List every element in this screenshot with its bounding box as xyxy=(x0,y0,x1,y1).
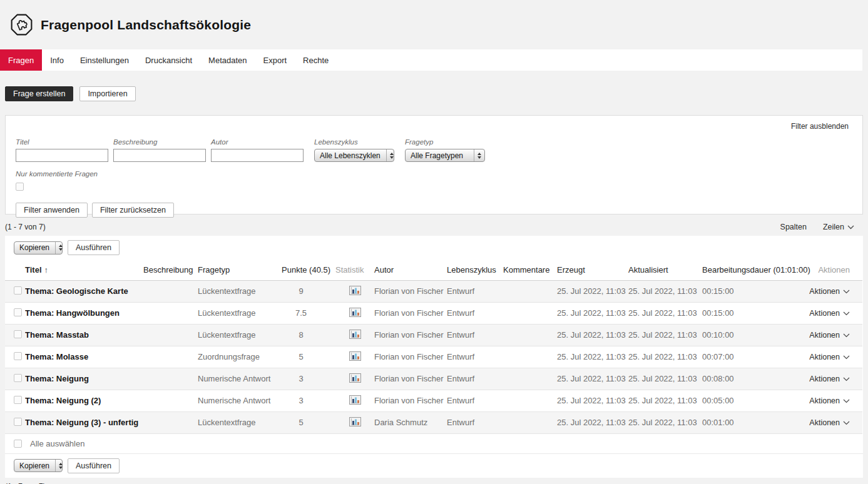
question-title-link[interactable]: Thema: Hangwölbungen xyxy=(25,302,143,324)
tab-fragen[interactable]: Fragen xyxy=(0,49,42,71)
chevron-down-icon xyxy=(843,421,850,425)
statistics-icon[interactable] xyxy=(349,330,361,339)
cell-erzeugt: 25. Jul 2022, 11:03 xyxy=(557,346,628,368)
row-checkbox[interactable] xyxy=(14,396,22,404)
execute-button[interactable]: Ausführen xyxy=(68,458,120,473)
filter-field-autor: Autor xyxy=(211,138,304,162)
filter-autor-input[interactable] xyxy=(211,149,304,162)
filter-autor-label: Autor xyxy=(211,138,304,146)
row-checkbox[interactable] xyxy=(14,352,22,360)
select-all-checkbox[interactable] xyxy=(14,440,22,448)
statistics-icon[interactable] xyxy=(349,417,361,426)
question-title-link[interactable]: Thema: Geologische Karte xyxy=(25,280,143,302)
header-lebenszyklus[interactable]: Lebenszyklus xyxy=(447,260,503,280)
header-autor[interactable]: Autor xyxy=(374,260,447,280)
header-titel[interactable]: Titel↑ xyxy=(25,260,143,280)
chevron-down-icon xyxy=(843,355,850,360)
import-button[interactable]: Importieren xyxy=(79,86,135,101)
question-title-link[interactable]: Thema: Molasse xyxy=(25,346,143,368)
execute-button[interactable]: Ausführen xyxy=(68,240,120,255)
tab-export[interactable]: Export xyxy=(255,49,295,71)
header-kommentare[interactable]: Kommentare xyxy=(503,260,557,280)
columns-link[interactable]: Spalten xyxy=(780,223,807,231)
cell-aktualisiert: 25. Jul 2022, 11:03 xyxy=(628,280,702,302)
select-arrows-icon xyxy=(55,242,66,254)
cell-aktualisiert: 25. Jul 2022, 11:03 xyxy=(628,390,702,411)
row-checkbox[interactable] xyxy=(14,330,22,338)
bulk-action-select[interactable]: Kopieren xyxy=(14,241,63,255)
tab-druckansicht[interactable]: Druckansicht xyxy=(137,49,200,71)
cell-fragetyp: Lückentextfrage xyxy=(198,324,282,346)
filter-field-commented: Nur kommentierte Fragen xyxy=(16,170,852,193)
statistics-icon[interactable] xyxy=(349,395,361,405)
cell-kommentare xyxy=(503,280,557,302)
filter-panel: Filter ausblenden Titel Beschreibung Aut… xyxy=(5,115,863,214)
filter-field-beschreibung: Beschreibung xyxy=(113,138,206,162)
cell-autor: Florian von Fischer xyxy=(374,324,447,346)
reset-filter-button[interactable]: Filter zurücksetzen xyxy=(92,203,174,218)
row-actions-dropdown[interactable]: Aktionen xyxy=(809,353,850,361)
row-checkbox[interactable] xyxy=(14,418,22,426)
row-actions-dropdown[interactable]: Aktionen xyxy=(809,309,850,318)
cell-beschreibung xyxy=(143,368,198,390)
apply-filter-button[interactable]: Filter anwenden xyxy=(16,203,88,218)
filter-beschreibung-input[interactable] xyxy=(113,149,206,162)
cell-lebenszyklus: Entwurf xyxy=(447,346,503,368)
row-actions-dropdown[interactable]: Aktionen xyxy=(809,375,850,383)
select-all-row: Alle auswählen xyxy=(5,434,863,454)
header-beschreibung[interactable]: Beschreibung xyxy=(143,260,198,280)
table-row: Thema: Neigung (3) - unfertig Lückentext… xyxy=(5,411,862,433)
cell-bearbeitungsdauer: 00:07:00 xyxy=(702,346,809,368)
bulk-action-bar-top: Kopieren Ausführen xyxy=(5,236,863,260)
rows-link[interactable]: Zeilen xyxy=(823,223,854,231)
question-title-link[interactable]: Thema: Neigung xyxy=(25,368,143,390)
tab-info[interactable]: Info xyxy=(42,49,72,71)
row-actions-dropdown[interactable]: Aktionen xyxy=(809,396,850,405)
tab-rechte[interactable]: Rechte xyxy=(295,49,337,71)
row-checkbox[interactable] xyxy=(14,374,22,382)
table-row: Thema: Molasse Zuordnungsfrage 5 Florian… xyxy=(5,346,862,368)
header-punkte[interactable]: Punkte (40.5) xyxy=(282,260,335,280)
cell-lebenszyklus: Entwurf xyxy=(447,368,503,390)
cell-bearbeitungsdauer: 00:05:00 xyxy=(702,390,809,411)
row-actions-dropdown[interactable]: Aktionen xyxy=(809,331,850,340)
question-title-link[interactable]: Thema: Neigung (2) xyxy=(25,390,143,411)
header-bearbeitungsdauer[interactable]: Bearbeitungsdauer (01:01:00) xyxy=(702,260,809,280)
row-actions-dropdown[interactable]: Aktionen xyxy=(809,287,850,296)
statistics-icon[interactable] xyxy=(349,286,361,295)
cell-fragetyp: Lückentextfrage xyxy=(198,302,282,324)
chevron-down-icon xyxy=(843,290,850,294)
row-checkbox[interactable] xyxy=(14,308,22,316)
header-aktionen: Aktionen xyxy=(809,260,862,280)
question-title-link[interactable]: Thema: Masstab xyxy=(25,324,143,346)
cell-kommentare xyxy=(503,390,557,411)
row-checkbox[interactable] xyxy=(14,286,22,295)
cell-autor: Daria Schmutz xyxy=(374,411,447,433)
cell-kommentare xyxy=(503,324,557,346)
hide-filter-link[interactable]: Filter ausblenden xyxy=(791,122,849,131)
bulk-action-select[interactable]: Kopieren xyxy=(14,459,63,472)
questiontype-select[interactable]: Alle Fragetypen xyxy=(405,149,485,162)
statistics-icon[interactable] xyxy=(349,373,361,383)
table-row: Thema: Geologische Karte Lückentextfrage… xyxy=(5,280,862,302)
cell-bearbeitungsdauer: 00:01:00 xyxy=(702,411,809,433)
tab-metadaten[interactable]: Metadaten xyxy=(200,49,255,71)
header-aktualisiert[interactable]: Aktualisiert xyxy=(628,260,702,280)
result-range-bottom: (1 - 7 von 7) xyxy=(5,482,868,484)
cell-punkte: 3 xyxy=(282,368,335,390)
header-erzeugt[interactable]: Erzeugt xyxy=(557,260,628,280)
create-question-button[interactable]: Frage erstellen xyxy=(5,86,73,101)
question-title-link[interactable]: Thema: Neigung (3) - unfertig xyxy=(25,411,143,433)
tab-einstellungen[interactable]: Einstellungen xyxy=(72,49,137,71)
statistics-icon[interactable] xyxy=(349,351,361,361)
filter-buttons: Filter anwenden Filter zurücksetzen xyxy=(16,203,852,218)
cell-kommentare xyxy=(503,346,557,368)
row-actions-dropdown[interactable]: Aktionen xyxy=(809,418,850,427)
lifecycle-select[interactable]: Alle Lebenszyklen xyxy=(314,149,394,162)
header-fragetyp[interactable]: Fragetyp xyxy=(198,260,282,280)
commented-only-checkbox[interactable] xyxy=(16,183,24,191)
filter-fields: Titel Beschreibung Autor Lebenszyklus Al… xyxy=(16,138,852,162)
filter-titel-input[interactable] xyxy=(16,149,108,162)
cell-autor: Florian von Fischer xyxy=(374,390,447,411)
statistics-icon[interactable] xyxy=(349,308,361,317)
